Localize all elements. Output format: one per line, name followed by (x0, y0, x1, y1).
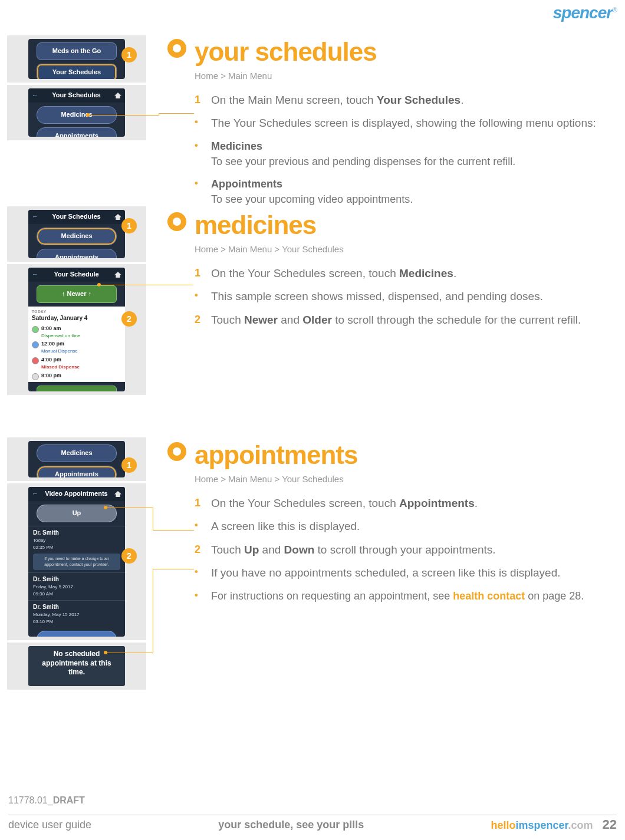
step-number: 1 (195, 495, 203, 512)
step-numbered: 2Touch Up and Down to scroll through you… (195, 542, 617, 558)
breadcrumb: Home > Main Menu > Your Schedules (195, 473, 357, 486)
step-number: 1 (195, 92, 203, 108)
home-icon (114, 272, 121, 278)
breadcrumb: Home > Main Menu (195, 70, 377, 83)
status-icon (32, 341, 39, 348)
section-bullet-icon (167, 39, 186, 58)
home-icon (114, 214, 121, 220)
bullet-icon: • (195, 565, 203, 581)
callout-1: 1 (121, 47, 137, 62)
screenshot-no-appointments: No scheduled appointments at this time. (7, 643, 146, 690)
bullet-icon: • (195, 588, 203, 604)
screen-title: Your Schedules (42, 212, 111, 222)
schedule-row: 8:00 pm (32, 371, 121, 381)
bullet-icon: • (195, 139, 203, 169)
callout-1: 1 (121, 218, 137, 233)
step-subitem: •MedicinesTo see your previous and pendi… (195, 139, 617, 169)
section-title: medicines (195, 206, 344, 244)
sub-title: Medicines (211, 140, 262, 152)
status-icon (32, 326, 39, 333)
step-subitem: •AppointmentsTo see your upcoming video … (195, 176, 617, 207)
appointment-item: Dr. SmithToday02:35 PMIf you need to mak… (28, 526, 125, 572)
brand-logo: spencer® (553, 1, 617, 25)
appointment-date: Today (33, 537, 120, 544)
today-label: TODAY (32, 309, 121, 314)
schedule-date: Saturday, January 4 (32, 314, 121, 323)
step-bullet: •This sample screen shows missed, dispen… (195, 288, 617, 305)
menu-item-selected: Medicines (37, 228, 117, 245)
section-title: appointments (195, 436, 357, 474)
appointment-item: Dr. SmithMonday, May 15 201703:10 PM (28, 600, 125, 628)
step-text: On the Main Menu screen, touch Your Sche… (211, 92, 463, 108)
step-number: 1 (195, 265, 203, 282)
section-title: your schedules (195, 33, 377, 71)
appointment-time: 02:35 PM (33, 544, 120, 551)
dose-time: 12:00 pm (41, 340, 78, 348)
appointment-item: Dr. SmithFriday, May 5 201709:30 AM (28, 572, 125, 600)
appointment-name: Dr. Smith (33, 529, 120, 538)
appointment-date: Friday, May 5 2017 (33, 584, 120, 591)
step-text: The Your Schedules screen is displayed, … (211, 115, 596, 131)
step-text: AppointmentsTo see your upcoming video a… (211, 176, 413, 207)
back-icon: ← (32, 489, 38, 499)
section-your-schedules: your schedules Home > Main Menu 1On the … (167, 33, 617, 214)
menu-item: Appointments (37, 249, 117, 258)
step-numbered: 2Touch Newer and Older to scroll through… (195, 312, 617, 328)
draft-code: 11778.01_DRAFT (8, 793, 85, 807)
menu-item-selected: Your Schedules (37, 64, 117, 79)
dose-time: 8:00 pm (41, 372, 61, 380)
section-bullet-icon (167, 212, 186, 231)
schedule-row: 12:00 pmManual Dispense (32, 340, 121, 355)
section-appointments: appointments Home > Main Menu > Your Sch… (167, 436, 617, 611)
newer-button: ↑ Newer ↑ (37, 285, 117, 303)
step-bullet: •The Your Schedules screen is displayed,… (195, 115, 617, 131)
footer-mid: your schedule, see your pills (218, 817, 364, 832)
menu-item-selected: Appointments (37, 466, 117, 477)
screenshot-your-schedule: ←Your Schedule ↑ Newer ↑ TODAY Saturday,… (7, 264, 146, 395)
appointment-time: 03:10 PM (33, 618, 120, 625)
appointment-note: If you need to make a change to an appoi… (33, 554, 120, 570)
screen-title: Video Appointments (42, 489, 111, 499)
footer-url: helloimspencer.com (491, 818, 593, 833)
dose-status: Manual Dispense (41, 348, 78, 355)
step-bullet: •If you have no appointments scheduled, … (195, 565, 617, 581)
section-medicines: medicines Home > Main Menu > Your Schedu… (167, 206, 617, 335)
screen-title: Your Schedule (42, 270, 111, 279)
home-icon (114, 93, 121, 98)
callout-2: 2 (121, 311, 137, 327)
step-numbered: 1On the Main Menu screen, touch Your Sch… (195, 92, 617, 108)
status-icon (32, 357, 39, 364)
bullet-icon: • (195, 115, 203, 131)
step-bullet: •A screen like this is displayed. (195, 518, 617, 535)
bullet-icon: • (195, 288, 203, 305)
back-icon: ← (32, 212, 38, 222)
step-text: On the Your Schedules screen, touch Medi… (211, 265, 456, 282)
footer-left: device user guide (8, 817, 91, 832)
breadcrumb: Home > Main Menu > Your Schedules (195, 243, 344, 256)
sub-title: Appointments (211, 178, 282, 190)
page-number: 22 (603, 815, 617, 834)
step-numbered: 1On the Your Schedules screen, touch App… (195, 495, 617, 512)
step-numbered: 1On the Your Schedules screen, touch Med… (195, 265, 617, 282)
dose-status: Missed Dispense (41, 364, 80, 371)
step-text: Touch Up and Down to scroll through your… (211, 542, 496, 558)
step-text: A screen like this is displayed. (211, 518, 360, 535)
back-icon: ← (32, 91, 38, 100)
menu-item: Appointments (37, 127, 117, 137)
appointment-name: Dr. Smith (33, 575, 120, 584)
bullet-icon: • (195, 176, 203, 207)
appointment-date: Monday, May 15 2017 (33, 611, 120, 618)
step-text: This sample screen shows missed, dispens… (211, 288, 543, 305)
section-bullet-icon (167, 442, 186, 461)
menu-item: Meds on the Go (37, 42, 117, 60)
step-text: For instructions on requesting an appoin… (211, 588, 584, 604)
older-button: ↓ Older ↓ (37, 386, 117, 391)
dose-time: 8:00 am (41, 325, 80, 332)
callout-2: 2 (121, 548, 137, 564)
screenshot-your-schedules: ←Your Schedules Medicines Appointments (7, 85, 146, 140)
schedule-row: 8:00 amDispensed on time (32, 324, 121, 340)
bullet-icon: • (195, 518, 203, 535)
step-number: 2 (195, 542, 203, 558)
callout-1: 1 (121, 457, 137, 473)
back-icon: ← (32, 270, 38, 279)
